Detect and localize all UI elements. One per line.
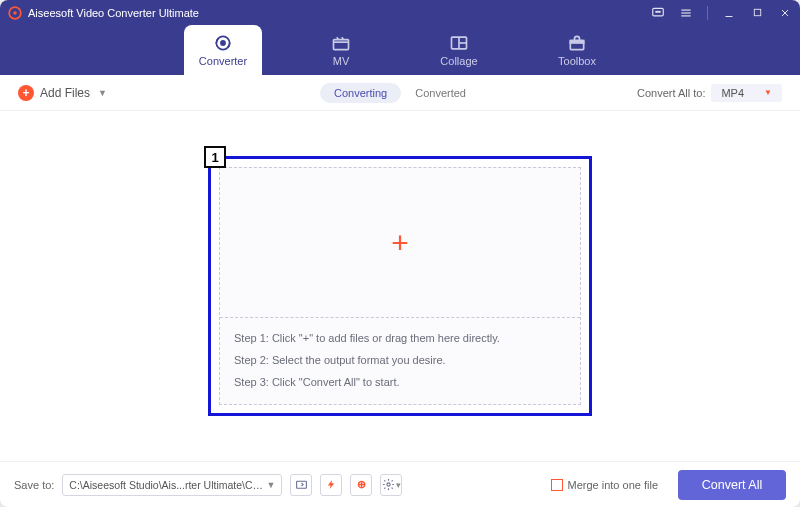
dropzone-add-area[interactable]: + xyxy=(220,168,580,318)
subtab-converted[interactable]: Converted xyxy=(401,83,480,103)
save-to-label: Save to: xyxy=(14,479,54,491)
save-to-path: C:\Aiseesoft Studio\Ais...rter Ultimate\… xyxy=(69,479,264,491)
svg-point-3 xyxy=(656,11,657,12)
tab-mv[interactable]: MV xyxy=(302,25,380,75)
dropzone: + Step 1: Click "+" to add files or drag… xyxy=(219,167,581,405)
converter-icon xyxy=(213,34,233,52)
chevron-down-icon: ▼ xyxy=(266,480,275,490)
settings-button[interactable]: ▾ xyxy=(380,474,402,496)
save-to-path-dropdown[interactable]: C:\Aiseesoft Studio\Ais...rter Ultimate\… xyxy=(62,474,282,496)
bottom-bar: Save to: C:\Aiseesoft Studio\Ais...rter … xyxy=(0,461,800,507)
main-tabs: Converter MV Collage Toolbox xyxy=(0,25,800,75)
tab-label: MV xyxy=(333,55,350,67)
app-logo-icon xyxy=(8,6,22,20)
app-title: Aiseesoft Video Converter Ultimate xyxy=(28,7,199,19)
tab-label: Collage xyxy=(440,55,477,67)
svg-point-1 xyxy=(13,11,17,15)
plus-icon: + xyxy=(391,226,409,260)
chevron-down-icon: ▼ xyxy=(98,88,107,98)
divider xyxy=(707,6,708,20)
annotation-badge: 1 xyxy=(204,146,226,168)
svg-point-5 xyxy=(659,11,660,12)
dropzone-wrapper: 1 + Step 1: Click "+" to add files or dr… xyxy=(208,156,592,416)
chevron-down-icon: ▾ xyxy=(396,480,401,490)
main-area: 1 + Step 1: Click "+" to add files or dr… xyxy=(0,111,800,461)
convert-all-to: Convert All to: MP4 ▼ xyxy=(637,84,782,102)
add-files-button[interactable]: + Add Files ▼ xyxy=(18,85,107,101)
merge-label: Merge into one file xyxy=(568,479,659,491)
svg-point-23 xyxy=(387,483,390,486)
svg-rect-22 xyxy=(296,481,306,488)
tab-label: Converter xyxy=(199,55,247,67)
titlebar-controls xyxy=(651,6,792,20)
toolbar: + Add Files ▼ Converting Converted Conve… xyxy=(0,75,800,111)
feedback-icon[interactable] xyxy=(651,6,665,20)
titlebar: Aiseesoft Video Converter Ultimate xyxy=(0,0,800,25)
svg-rect-15 xyxy=(334,39,349,49)
menu-icon[interactable] xyxy=(679,6,693,20)
format-dropdown[interactable]: MP4 ▼ xyxy=(711,84,782,102)
convert-all-button[interactable]: Convert All xyxy=(678,470,786,500)
mv-icon xyxy=(331,34,351,52)
svg-point-14 xyxy=(221,40,225,44)
chevron-down-icon: ▼ xyxy=(764,88,772,97)
format-value: MP4 xyxy=(721,87,744,99)
annotation-highlight: + Step 1: Click "+" to add files or drag… xyxy=(208,156,592,416)
step-text: Step 2: Select the output format you des… xyxy=(234,354,566,366)
add-files-label: Add Files xyxy=(40,86,90,100)
step-text: Step 3: Click "Convert All" to start. xyxy=(234,376,566,388)
maximize-icon[interactable] xyxy=(750,6,764,20)
minimize-icon[interactable] xyxy=(722,6,736,20)
instructions: Step 1: Click "+" to add files or drag t… xyxy=(220,318,580,404)
browse-folder-button[interactable] xyxy=(290,474,312,496)
app-window: Aiseesoft Video Converter Ultimate Conve… xyxy=(0,0,800,507)
subtabs: Converting Converted xyxy=(320,83,480,103)
svg-point-4 xyxy=(658,11,659,12)
toolbox-icon xyxy=(567,34,587,52)
tab-converter[interactable]: Converter xyxy=(184,25,262,75)
tab-label: Toolbox xyxy=(558,55,596,67)
convert-all-to-label: Convert All to: xyxy=(637,87,705,99)
merge-checkbox[interactable]: Merge into one file xyxy=(551,479,659,491)
tab-collage[interactable]: Collage xyxy=(420,25,498,75)
collage-icon xyxy=(449,34,469,52)
svg-rect-10 xyxy=(754,9,760,15)
plus-circle-icon: + xyxy=(18,85,34,101)
high-speed-button[interactable]: ⊕ xyxy=(350,474,372,496)
subtab-converting[interactable]: Converting xyxy=(320,83,401,103)
tab-toolbox[interactable]: Toolbox xyxy=(538,25,616,75)
step-text: Step 1: Click "+" to add files or drag t… xyxy=(234,332,566,344)
gpu-accel-button[interactable] xyxy=(320,474,342,496)
svg-rect-21 xyxy=(570,40,583,43)
checkbox-icon xyxy=(551,479,563,491)
close-icon[interactable] xyxy=(778,6,792,20)
